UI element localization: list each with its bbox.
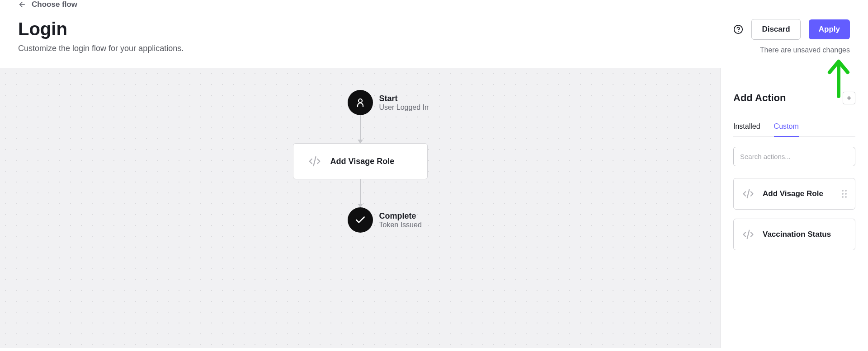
end-title: Complete xyxy=(379,211,422,221)
code-icon xyxy=(742,228,755,241)
action-list-item[interactable]: Vaccination Status xyxy=(733,219,855,250)
flow-action-card[interactable]: Add Visage Role xyxy=(293,143,428,179)
action-item-label: Vaccination Status xyxy=(763,230,847,239)
flow-start-node: Start User Logged In xyxy=(348,90,373,115)
back-link[interactable]: Choose flow xyxy=(18,0,850,9)
flow-canvas[interactable]: Start User Logged In Add Visage Role Com… xyxy=(0,68,721,348)
page-title: Login xyxy=(18,19,184,39)
plus-icon xyxy=(846,95,852,101)
svg-point-3 xyxy=(359,99,362,103)
flow-diagram: Start User Logged In Add Visage Role Com… xyxy=(293,90,428,233)
add-action-button[interactable] xyxy=(843,92,855,104)
help-icon[interactable] xyxy=(733,24,743,34)
flow-action-label: Add Visage Role xyxy=(330,157,395,166)
code-icon xyxy=(742,187,755,200)
title-block: Login Customize the login flow for your … xyxy=(18,19,184,53)
svg-line-8 xyxy=(747,230,750,239)
sidepanel-tabs: Installed Custom xyxy=(733,122,855,137)
flow-connector xyxy=(360,179,361,207)
drag-handle-icon[interactable] xyxy=(842,190,847,198)
flow-end-node: Complete Token Issued xyxy=(348,207,373,233)
user-icon xyxy=(348,90,373,115)
svg-line-4 xyxy=(313,157,316,166)
search-input[interactable] xyxy=(733,147,855,166)
apply-button[interactable]: Apply xyxy=(809,19,850,39)
page-subtitle: Customize the login flow for your applic… xyxy=(18,44,184,53)
end-subtitle: Token Issued xyxy=(379,221,422,229)
action-list-item[interactable]: Add Visage Role xyxy=(733,178,855,210)
tab-installed[interactable]: Installed xyxy=(733,122,760,137)
action-item-label: Add Visage Role xyxy=(763,189,834,198)
code-icon xyxy=(308,154,321,168)
back-label: Choose flow xyxy=(32,0,77,9)
check-icon xyxy=(348,207,373,233)
sidepanel-title: Add Action xyxy=(733,92,786,104)
arrow-left-icon xyxy=(18,0,26,9)
svg-line-7 xyxy=(747,190,750,198)
flow-connector xyxy=(360,115,361,143)
page-header: Choose flow Login Customize the login fl… xyxy=(0,0,868,68)
discard-button[interactable]: Discard xyxy=(751,19,800,40)
action-sidepanel: Add Action Installed Custom Add Visage R… xyxy=(721,68,868,348)
start-subtitle: User Logged In xyxy=(379,103,429,112)
tab-custom[interactable]: Custom xyxy=(774,122,799,137)
start-title: Start xyxy=(379,94,429,103)
unsaved-status: There are unsaved changes xyxy=(760,46,850,54)
